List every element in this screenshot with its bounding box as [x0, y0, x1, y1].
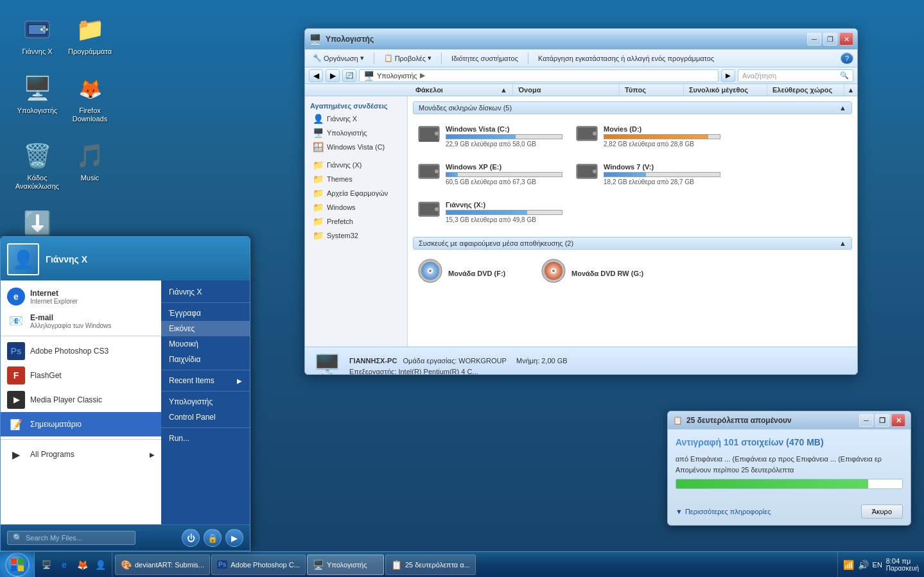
drive-xp-e-name: Windows XP (E:)	[446, 163, 562, 171]
help-button[interactable]: ?	[841, 53, 853, 64]
sidebar-item-giannix[interactable]: 📁 Γιάννης (Χ)	[305, 158, 407, 172]
music-icon: 🎵	[74, 141, 105, 171]
start-right-pics[interactable]: Εικόνες	[161, 321, 250, 336]
views-label: Προβολές	[395, 55, 426, 62]
desktop-icon-firefox[interactable]: 🦊 FirefoxDownloads	[64, 71, 116, 126]
start-right-music[interactable]: Μουσική	[161, 336, 250, 352]
forward-button[interactable]: ▶	[326, 69, 340, 82]
start-email[interactable]: 📧 E-mail Αλληλογραφία των Windows	[1, 309, 161, 333]
views-btn[interactable]: 📋 Προβολές ▾	[380, 53, 435, 64]
start-flashget[interactable]: F FlashGet	[1, 363, 161, 388]
dvd-rw-g[interactable]: Μονάδα DVD RW (G:)	[536, 255, 652, 292]
arrow-button[interactable]: ▶	[225, 529, 243, 547]
dvd-f[interactable]: Μονάδα DVD (F:)	[413, 255, 528, 292]
organize-btn[interactable]: 🔧 Οργάνωση ▾	[309, 53, 368, 64]
system-tray: 📶 🔊 EN 8:04 πμ Παρασκευή	[837, 552, 924, 577]
desktop-icon-programs[interactable]: 📁 Προγράμματα	[64, 12, 116, 58]
tray-volume[interactable]: 🔊	[858, 560, 869, 570]
psp-label: Γιάννης Χ	[22, 47, 52, 56]
properties-btn[interactable]: Ιδιότητες συστήματος	[448, 53, 522, 64]
desktop-icon-computer[interactable]: 🖥️ Υπολογιστής	[12, 71, 63, 117]
uninstall-btn[interactable]: Κατάργηση εγκατάστασης ή αλλαγή ενός προ…	[534, 53, 718, 64]
address-path[interactable]: 🖥️ Υπολογιστής ▶	[359, 69, 719, 82]
show-desktop-icon[interactable]: 🖥️	[39, 557, 54, 573]
start-ie[interactable]: e Internet Internet Explorer	[1, 284, 161, 309]
notepad-icon: 📝	[7, 415, 25, 433]
start-right-recent[interactable]: Recent Items ▶	[161, 373, 250, 388]
start-right-docs-label: Έγγραφα	[169, 309, 201, 318]
copy-minimize[interactable]: ─	[859, 414, 873, 427]
start-notepad[interactable]: 📝 Σημειωματάριο	[1, 412, 161, 436]
start-right-control[interactable]: Control Panel	[161, 409, 250, 425]
copy-close[interactable]: ✕	[891, 414, 905, 427]
user-quick-icon[interactable]: 👤	[92, 557, 108, 573]
copy-cancel-button[interactable]: Άκυρο	[861, 504, 903, 519]
copy-restore[interactable]: ❐	[875, 414, 889, 427]
desktop-icon-psp[interactable]: Γιάννης Χ	[12, 12, 63, 58]
desktop-icon-music[interactable]: 🎵 Music	[64, 138, 116, 185]
copy-more-info[interactable]: ▼ Περισσότερες πληροφορίες	[676, 508, 771, 515]
removable-collapse[interactable]: ▲	[839, 239, 846, 247]
power-button[interactable]: ⏻	[182, 529, 200, 547]
start-mpc[interactable]: ▶ Media Player Classic	[1, 388, 161, 412]
addr-go-button[interactable]: ▶	[721, 69, 735, 82]
drive-movies-d[interactable]: Movies (D:) 2,82 GB ελεύθερα από 28,8 GB	[571, 119, 725, 153]
close-button[interactable]: ✕	[839, 33, 853, 46]
start-right-computer[interactable]: Υπολογιστής	[161, 394, 250, 409]
ie-label: Internet	[30, 289, 78, 298]
lock-button[interactable]: 🔒	[204, 529, 222, 547]
dvd-f-icon	[417, 258, 443, 289]
start-search-box[interactable]: 🔍	[7, 531, 135, 545]
sidebar-item-prefetch[interactable]: 📁 Prefetch	[305, 214, 407, 228]
restore-button[interactable]: ❐	[823, 33, 837, 46]
sidebar-item-appfiles[interactable]: 📁 Αρχεία Εφαρμογών	[305, 186, 407, 200]
sidebar-item-vista[interactable]: 🪟 Windows Vista (C)	[305, 140, 407, 154]
taskbar-photoshop[interactable]: Ps Adobe Photoshop C...	[211, 555, 306, 575]
hard-drives-collapse[interactable]: ▲	[839, 104, 846, 112]
desktop-icon-recycle[interactable]: 🗑️ ΚάδοςΑνακύκλωσης	[12, 138, 63, 193]
taskbar-deviantart[interactable]: 🎨 deviantART: Submis...	[115, 555, 210, 575]
toolbar-sep1	[374, 53, 374, 64]
start-right-run[interactable]: Run...	[161, 431, 250, 446]
prefetch-label: Prefetch	[327, 218, 353, 225]
start-right-user[interactable]: Γιάννης Χ	[161, 284, 250, 300]
col-folders[interactable]: Φάκελοι ▲	[410, 84, 513, 96]
taskbar-computer[interactable]: 🖥️ Υπολογιστής	[307, 555, 384, 575]
copy-taskbar-icon: 📋	[391, 560, 402, 570]
taskbar-copy[interactable]: 📋 25 δευτερόλεπτα α...	[385, 555, 476, 575]
drive-win7-v[interactable]: Windows 7 (V:) 18,2 GB ελεύθερα από 28,7…	[571, 157, 725, 191]
sidebar-item-user[interactable]: 👤 Γιάννης Χ	[305, 112, 407, 126]
col-folders-toggle: ▲	[500, 86, 507, 94]
start-search-input[interactable]	[26, 534, 130, 542]
start-avatar: 👤	[7, 243, 39, 275]
col-type-label: Τύπος	[625, 86, 646, 94]
search-box[interactable]: Αναζήτηση 🔍	[738, 69, 853, 82]
sidebar-item-windows[interactable]: 📁 Windows	[305, 200, 407, 214]
ie-quick-icon[interactable]: e	[57, 557, 72, 573]
start-button[interactable]	[0, 552, 35, 578]
refresh-button[interactable]: 🔄	[342, 69, 356, 82]
drive-giannix-x[interactable]: Γιάννης (Χ:) 15,3 GB ελεύθερα από 49,8 G…	[413, 195, 567, 229]
drive-movies-d-bar-bg	[604, 134, 720, 139]
tray-network[interactable]: 📶	[843, 560, 854, 570]
col-free[interactable]: Ελεύθερος χώρος	[767, 84, 844, 96]
sidebar-item-computer[interactable]: 🖥️ Υπολογιστής	[305, 126, 407, 140]
tray-language[interactable]: EN	[873, 561, 882, 569]
drive-vista-c[interactable]: Windows Vista (C:) 22,9 GB ελεύθερα από …	[413, 119, 567, 153]
firefox-quick-icon[interactable]: 🦊	[74, 557, 90, 573]
status-computer-name: ΓΙΑΝΝΗΣΧ-PC	[349, 357, 397, 365]
minimize-button[interactable]: ─	[807, 33, 821, 46]
start-right-games[interactable]: Παιχνίδια	[161, 352, 250, 367]
start-right-docs[interactable]: Έγγραφα	[161, 306, 250, 321]
sidebar-item-system32[interactable]: 📁 System32	[305, 228, 407, 243]
sidebar-item-themes[interactable]: 📁 Themes	[305, 172, 407, 186]
drive-xp-e[interactable]: Windows XP (E:) 60,5 GB ελεύθερα από 67,…	[413, 157, 567, 191]
col-total[interactable]: Συνολικό μέγεθος	[684, 84, 767, 96]
back-button[interactable]: ◀	[309, 69, 323, 82]
col-expand[interactable]: ▲	[844, 84, 857, 96]
sidebar: Αγαπημένες συνδέσεις 👤 Γιάννης Χ 🖥️ Υπολ…	[305, 96, 408, 347]
start-photoshop[interactable]: Ps Adobe Photoshop CS3	[1, 339, 161, 363]
start-all-programs[interactable]: ▶ All Programs ▶	[1, 442, 161, 467]
col-name[interactable]: Όνομα	[513, 84, 620, 96]
col-type[interactable]: Τύπος	[620, 84, 684, 96]
